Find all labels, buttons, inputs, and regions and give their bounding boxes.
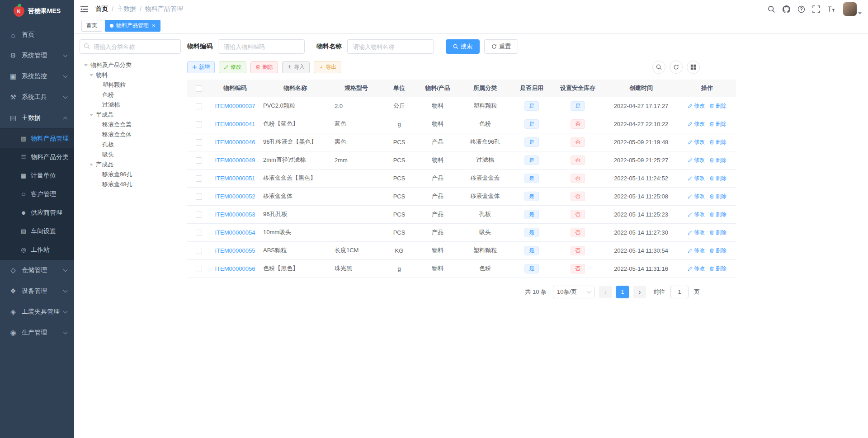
page-number-button[interactable]: 1 [616, 286, 629, 298]
sidebar-subitem-供应商管理[interactable]: ☻供应商管理 [0, 203, 74, 222]
material-code-input[interactable] [218, 39, 305, 54]
row-checkbox[interactable] [196, 230, 202, 236]
delete-row-link[interactable]: 删除 [709, 120, 726, 128]
material-code-link[interactable]: ITEM00000051 [215, 175, 255, 182]
question-icon[interactable] [797, 5, 805, 13]
info-action-button-导入[interactable]: 导入 [282, 61, 310, 73]
app-logo[interactable]: K 苦糖果MES [0, 0, 74, 23]
grid-icon-button[interactable] [687, 61, 700, 74]
sidebar-subitem-计量单位[interactable]: ▦计量单位 [0, 166, 74, 185]
tree-node-物料及产品分类[interactable]: 物料及产品分类 [80, 60, 181, 70]
sidebar-subitem-客户管理[interactable]: ☺客户管理 [0, 185, 74, 203]
row-checkbox[interactable] [196, 175, 202, 182]
category-search-input[interactable] [80, 39, 181, 54]
row-checkbox[interactable] [196, 103, 202, 109]
material-code-link[interactable]: ITEM00000054 [215, 229, 255, 236]
material-code-link[interactable]: ITEM00000052 [215, 193, 255, 200]
edit-row-link[interactable]: 修改 [688, 156, 705, 164]
primary-action-button-新增[interactable]: 新增 [187, 61, 215, 73]
tree-node-移液盒盒盖[interactable]: 移液盒盒盖 [80, 120, 181, 130]
edit-row-link[interactable]: 修改 [688, 247, 705, 254]
breadcrumb-item[interactable]: 首页 [95, 5, 108, 13]
refresh-icon-button[interactable] [670, 61, 683, 74]
next-page-button[interactable]: › [633, 286, 646, 298]
sidebar-item-设备管理[interactable]: ❖设备管理 [0, 281, 74, 301]
row-checkbox[interactable] [196, 193, 202, 200]
tree-node-塑料颗粒[interactable]: 塑料颗粒 [80, 80, 181, 90]
sidebar-item-工装夹具管理[interactable]: ◈工装夹具管理 [0, 301, 74, 322]
sidebar-item-主数据[interactable]: ▤主数据 [0, 108, 74, 128]
sidebar-item-首页[interactable]: ⌂首页 [0, 24, 74, 45]
material-code-link[interactable]: ITEM00000053 [215, 211, 255, 218]
hamburger-icon[interactable] [80, 6, 88, 13]
row-checkbox[interactable] [196, 212, 202, 218]
search-button[interactable]: 搜索 [446, 39, 480, 54]
font-size-icon[interactable] [827, 5, 835, 13]
delete-row-link[interactable]: 删除 [709, 193, 726, 200]
delete-row-link[interactable]: 删除 [709, 229, 726, 236]
delete-row-link[interactable]: 删除 [709, 247, 726, 254]
close-icon[interactable]: × [152, 23, 156, 28]
reset-button[interactable]: 重置 [484, 39, 518, 54]
delete-row-link[interactable]: 删除 [709, 138, 726, 146]
sidebar-item-仓储管理[interactable]: ◇仓储管理 [0, 260, 74, 281]
sidebar-item-系统管理[interactable]: ⚙系统管理 [0, 45, 74, 66]
edit-row-link[interactable]: 修改 [688, 174, 705, 182]
danger-action-button-删除[interactable]: 删除 [250, 61, 278, 73]
select-all-checkbox[interactable] [196, 85, 202, 92]
goto-page-input[interactable] [670, 286, 689, 298]
tree-node-移液盒96孔[interactable]: 移液盒96孔 [80, 170, 181, 179]
tree-node-产成品[interactable]: 产成品 [80, 160, 181, 170]
sidebar-subitem-物料产品管理[interactable]: ▥物料产品管理 [0, 129, 74, 148]
caret-down-icon[interactable] [90, 74, 93, 76]
delete-row-link[interactable]: 删除 [709, 211, 726, 218]
row-checkbox[interactable] [196, 266, 202, 272]
edit-row-link[interactable]: 修改 [688, 138, 705, 146]
row-checkbox[interactable] [196, 139, 202, 146]
edit-row-link[interactable]: 修改 [688, 102, 705, 110]
row-checkbox[interactable] [196, 157, 202, 164]
material-name-input[interactable] [347, 39, 434, 54]
sidebar-subitem-车间设置[interactable]: ▧车间设置 [0, 222, 74, 240]
avatar[interactable] [843, 2, 857, 16]
tree-node-物料[interactable]: 物料 [80, 70, 181, 80]
edit-row-link[interactable]: 修改 [688, 229, 705, 236]
tree-node-孔板[interactable]: 孔板 [80, 140, 181, 150]
sidebar-item-系统工具[interactable]: ⚒系统工具 [0, 87, 74, 108]
material-code-link[interactable]: ITEM00000055 [215, 247, 255, 254]
delete-row-link[interactable]: 删除 [709, 102, 726, 110]
delete-row-link[interactable]: 删除 [709, 265, 726, 273]
tree-node-移液盒48孔[interactable]: 移液盒48孔 [80, 179, 181, 189]
breadcrumb-item[interactable]: 主数据 [117, 5, 136, 13]
material-code-link[interactable]: ITEM00000037 [215, 103, 255, 109]
warning-action-button-导出[interactable]: 导出 [314, 61, 341, 73]
prev-page-button[interactable]: ‹ [599, 286, 612, 298]
search-icon[interactable] [768, 5, 775, 13]
caret-down-icon[interactable] [90, 164, 93, 166]
search-icon-button[interactable] [652, 61, 665, 74]
edit-row-link[interactable]: 修改 [688, 265, 705, 273]
github-icon[interactable] [783, 5, 790, 13]
success-action-button-修改[interactable]: 修改 [219, 61, 246, 73]
edit-row-link[interactable]: 修改 [688, 193, 705, 200]
tree-node-移液盒盒体[interactable]: 移液盒盒体 [80, 130, 181, 140]
row-checkbox[interactable] [196, 248, 202, 254]
tab-物料产品管理[interactable]: 物料产品管理× [105, 20, 160, 32]
row-checkbox[interactable] [196, 121, 202, 127]
sidebar-item-系统监控[interactable]: ▣系统监控 [0, 66, 74, 87]
edit-row-link[interactable]: 修改 [688, 211, 705, 218]
material-code-link[interactable]: ITEM00000046 [215, 139, 255, 146]
tab-首页[interactable]: 首页 [81, 20, 102, 32]
tree-node-过滤棉[interactable]: 过滤棉 [80, 100, 181, 110]
tree-node-半成品[interactable]: 半成品 [80, 110, 181, 120]
sidebar-item-生产管理[interactable]: ◉生产管理 [0, 322, 74, 343]
material-code-link[interactable]: ITEM00000056 [215, 265, 255, 272]
user-menu[interactable] [843, 2, 862, 16]
delete-row-link[interactable]: 删除 [709, 174, 726, 182]
caret-down-icon[interactable] [90, 114, 93, 116]
page-size-select[interactable]: 10条/页 [553, 286, 594, 298]
tree-node-吸头[interactable]: 吸头 [80, 150, 181, 160]
edit-row-link[interactable]: 修改 [688, 120, 705, 128]
sidebar-subitem-工作站[interactable]: ◎工作站 [0, 240, 74, 259]
tree-node-色粉[interactable]: 色粉 [80, 90, 181, 100]
